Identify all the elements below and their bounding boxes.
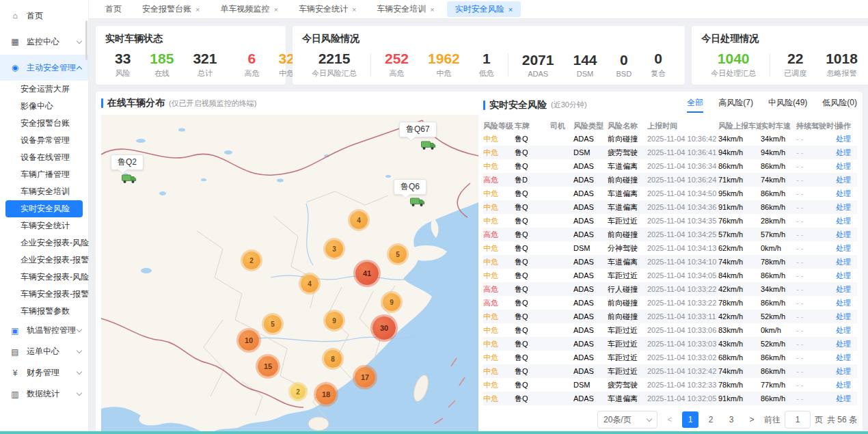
- handle-link[interactable]: 处理: [836, 148, 856, 158]
- cluster-marker[interactable]: 18: [316, 384, 336, 405]
- cluster-marker[interactable]: 3: [325, 240, 343, 258]
- vehicle-truck-marker[interactable]: [410, 197, 425, 210]
- sidebar-item-运单中心[interactable]: ▤运单中心: [0, 341, 88, 362]
- col-实时车速: 实时车速: [761, 121, 796, 131]
- sidebar-item-车辆安全报表-风险[interactable]: 车辆安全报表-风险: [5, 269, 83, 286]
- cluster-marker[interactable]: 4: [301, 275, 318, 293]
- sidebar-item-label: 车辆安全报表-风险: [21, 271, 89, 283]
- vehicle-plate-label[interactable]: 鲁Q67: [399, 122, 437, 137]
- vehicle-plate-label[interactable]: 鲁Q2: [111, 154, 144, 170]
- handle-link[interactable]: 处理: [836, 202, 856, 213]
- stat-label: 今日风险汇总: [312, 68, 357, 79]
- goto-page-input[interactable]: [785, 411, 811, 429]
- next-page-button[interactable]: >: [744, 411, 760, 428]
- tab-单车视频监控[interactable]: 单车视频监控×: [212, 1, 286, 17]
- vehicle-plate-label[interactable]: 鲁Q6: [394, 179, 426, 195]
- sidebar-item-企业安全报表-风险[interactable]: 企业安全报表-风险: [5, 234, 83, 252]
- close-icon[interactable]: ×: [430, 5, 434, 14]
- cluster-marker[interactable]: 2: [243, 252, 260, 269]
- handle-link[interactable]: 处理: [836, 175, 856, 185]
- cluster-marker[interactable]: 9: [325, 312, 343, 329]
- sidebar-item-数据统计[interactable]: ▥数据统计: [0, 383, 88, 405]
- sidebar-item-影像中心[interactable]: 影像中心: [5, 98, 83, 115]
- cell-实时车速: 57km/h: [761, 230, 796, 239]
- cluster-marker[interactable]: 4: [350, 211, 368, 229]
- sidebar-scrollbar[interactable]: [85, 21, 87, 60]
- close-icon[interactable]: ×: [352, 5, 356, 14]
- vehicle-truck-marker[interactable]: [421, 140, 436, 153]
- handle-link[interactable]: 处理: [836, 134, 856, 144]
- cell-实时车速: 0km/h: [761, 326, 796, 334]
- cluster-marker[interactable]: 41: [355, 262, 379, 285]
- handle-link[interactable]: 处理: [836, 298, 856, 308]
- handle-link[interactable]: 处理: [836, 325, 856, 336]
- filter-低风险(0)[interactable]: 低风险(0): [822, 97, 857, 113]
- sidebar-item-车辆安全培训[interactable]: 车辆安全培训: [5, 183, 83, 200]
- handle-link[interactable]: 处理: [836, 366, 856, 377]
- sidebar-item-首页[interactable]: ⌂首页: [0, 3, 88, 29]
- handle-link[interactable]: 处理: [836, 284, 856, 295]
- page-size-select[interactable]: 20条/页: [597, 411, 657, 429]
- handle-link[interactable]: 处理: [836, 257, 856, 267]
- home-icon: ⌂: [10, 11, 21, 21]
- stat-label: 总计: [193, 68, 217, 79]
- close-icon[interactable]: ×: [273, 5, 277, 14]
- handle-link[interactable]: 处理: [836, 243, 856, 254]
- cluster-marker[interactable]: 5: [389, 245, 407, 263]
- cluster-marker[interactable]: 2: [290, 384, 306, 399]
- sidebar-item-label: 财务管理: [27, 367, 77, 379]
- close-icon[interactable]: ×: [508, 5, 513, 14]
- sidebar-item-轨温智控管理[interactable]: ▣轨温智控管理: [0, 320, 88, 341]
- sidebar-item-企业安全报表-报警[interactable]: 企业安全报表-报警: [5, 252, 83, 269]
- sidebar-item-主动安全管理[interactable]: ◉主动安全管理: [0, 55, 88, 81]
- sidebar-item-车辆广播管理[interactable]: 车辆广播管理: [5, 166, 83, 183]
- sidebar-item-车辆安全统计[interactable]: 车辆安全统计: [5, 217, 83, 234]
- sidebar-item-设备异常管理[interactable]: 设备异常管理: [5, 132, 83, 149]
- china-map[interactable]: 鲁Q2鲁Q67鲁Q64325414995301081517218: [101, 115, 478, 433]
- handle-link[interactable]: 处理: [836, 189, 856, 199]
- handle-link[interactable]: 处理: [836, 380, 856, 390]
- cluster-marker[interactable]: 17: [355, 367, 375, 388]
- tab-实时安全风险[interactable]: 实时安全风险×: [447, 1, 521, 17]
- stat-风险: 33风险: [105, 51, 140, 79]
- sidebar-item-车辆报警参数[interactable]: 车辆报警参数: [5, 303, 83, 320]
- cell-持续驾驶时长: - -: [796, 258, 836, 266]
- filter-高风险(7)[interactable]: 高风险(7): [718, 97, 753, 113]
- tab-车辆安全培训[interactable]: 车辆安全培训×: [368, 1, 442, 17]
- sidebar-item-实时安全风险[interactable]: 实时安全风险: [5, 200, 83, 217]
- sidebar-item-财务管理[interactable]: ¥财务管理: [0, 362, 88, 383]
- handle-link[interactable]: 处理: [836, 339, 856, 349]
- stat-label: 高危: [244, 68, 259, 79]
- cluster-marker[interactable]: 10: [239, 330, 259, 351]
- handle-link[interactable]: 处理: [836, 394, 856, 404]
- cluster-marker[interactable]: 30: [372, 316, 396, 340]
- cluster-marker[interactable]: 15: [258, 356, 278, 377]
- close-icon[interactable]: ×: [195, 5, 200, 14]
- sidebar-item-设备在线管理[interactable]: 设备在线管理: [5, 149, 83, 166]
- prev-page-button[interactable]: <: [662, 411, 678, 428]
- filter-全部[interactable]: 全部: [687, 97, 703, 113]
- sidebar-item-监控中心[interactable]: ▦监控中心: [0, 29, 88, 55]
- filter-中风险(49)[interactable]: 中风险(49): [768, 97, 807, 113]
- vehicle-truck-marker[interactable]: [122, 174, 137, 187]
- sidebar-item-车辆安全报表-报警[interactable]: 车辆安全报表-报警: [5, 286, 83, 303]
- cluster-marker[interactable]: 9: [383, 293, 401, 311]
- sidebar-item-安全运营大屏[interactable]: 安全运营大屏: [5, 81, 83, 98]
- sidebar-item-安全报警台账[interactable]: 安全报警台账: [5, 115, 83, 132]
- page-button-3[interactable]: 3: [723, 411, 740, 428]
- page-button-2[interactable]: 2: [703, 411, 719, 428]
- tab-首页[interactable]: 首页: [97, 1, 130, 17]
- cell-车牌: 鲁Q: [515, 339, 550, 349]
- page-button-1[interactable]: 1: [682, 411, 699, 428]
- handle-link[interactable]: 处理: [836, 353, 856, 363]
- cluster-marker[interactable]: 8: [324, 350, 342, 368]
- tab-安全报警台账[interactable]: 安全报警台账×: [134, 1, 208, 17]
- handle-link[interactable]: 处理: [836, 312, 856, 322]
- handle-link[interactable]: 处理: [836, 230, 856, 240]
- handle-link[interactable]: 处理: [836, 271, 856, 281]
- handle-link[interactable]: 处理: [836, 161, 856, 172]
- cluster-marker[interactable]: 5: [264, 315, 282, 333]
- tab-车辆安全统计[interactable]: 车辆安全统计×: [290, 1, 364, 17]
- cell-车牌: 鲁Q: [515, 325, 550, 336]
- handle-link[interactable]: 处理: [836, 216, 856, 226]
